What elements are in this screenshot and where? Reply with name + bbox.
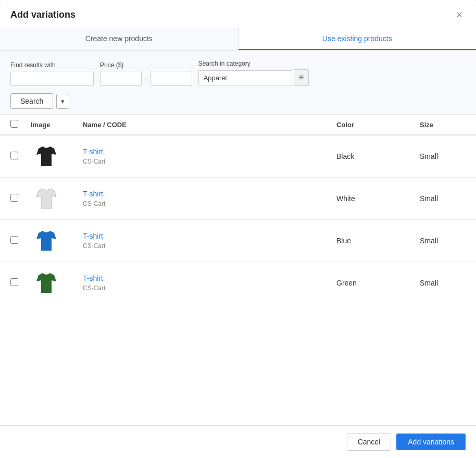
price-group: Price ($) - [100,61,192,86]
category-input[interactable] [198,70,292,85]
price-label: Price ($) [100,61,192,69]
modal-title: Add variations [10,9,76,20]
row-checkbox-1[interactable] [10,152,18,159]
product-image-4 [31,267,62,299]
tab-create-new[interactable]: Create new products [0,28,239,50]
row-checkbox-cell [0,220,24,262]
category-row: ≡ [198,69,309,86]
col-checkbox [0,115,24,135]
product-code-4: CS-Cart [83,284,105,292]
table-area: Image Name / CODE Color Size T-shirt CS-… [0,115,476,425]
row-color-cell-1: Black [330,135,414,178]
chevron-down-icon: ▾ [61,97,65,105]
row-checkbox-2[interactable] [10,194,18,202]
product-name-link-1[interactable]: T-shirt [83,147,324,156]
row-name-cell: T-shirt CS-Cart [77,178,330,220]
cancel-button[interactable]: Cancel [347,433,392,451]
product-code-3: CS-Cart [83,242,105,250]
col-size-header: Size [414,115,476,135]
row-color-cell-3: Blue [330,220,414,262]
search-btn-row: Search ▾ [10,93,466,109]
row-color-cell-2: White [330,178,414,220]
table-row: T-shirt CS-Cart Green Small [0,262,476,304]
row-size-cell-1: Small [414,135,476,178]
row-name-cell: T-shirt CS-Cart [77,262,330,304]
product-code-2: CS-Cart [83,200,105,207]
find-results-group: Find results with [10,61,94,86]
row-checkbox-cell [0,262,24,304]
row-checkbox-cell [0,135,24,178]
menu-icon: ≡ [299,73,304,82]
row-image-cell [24,135,77,178]
products-table: Image Name / CODE Color Size T-shirt CS-… [0,115,476,304]
table-header-row: Image Name / CODE Color Size [0,115,476,135]
row-checkbox-3[interactable] [10,236,18,244]
close-button[interactable]: × [453,8,466,21]
col-name-header: Name / CODE [77,115,330,135]
add-variations-modal: Add variations × Create new products Use… [0,0,476,458]
category-group: Search in category ≡ [198,60,309,86]
product-name-link-4[interactable]: T-shirt [83,274,324,282]
product-name-link-3[interactable]: T-shirt [83,232,324,240]
price-max-input[interactable] [151,71,192,86]
category-label: Search in category [198,60,309,67]
table-row: T-shirt CS-Cart Blue Small [0,220,476,262]
add-variations-button[interactable]: Add variations [396,434,466,450]
row-image-cell [24,262,77,304]
row-image-cell [24,178,77,220]
find-input[interactable] [10,71,94,86]
row-checkbox-cell [0,178,24,220]
modal-footer: Cancel Add variations [0,425,476,458]
product-code-1: CS-Cart [83,158,105,165]
price-min-input[interactable] [100,71,142,86]
search-area: Find results with Price ($) - Search in … [0,51,476,115]
table-row: T-shirt CS-Cart Black Small [0,135,476,178]
product-image-1 [31,141,62,172]
product-image-3 [31,225,62,256]
product-image-2 [31,183,62,214]
search-button[interactable]: Search [10,93,53,109]
row-size-cell-4: Small [414,262,476,304]
modal-header: Add variations × [0,0,476,28]
col-color-header: Color [330,115,414,135]
table-row: T-shirt CS-Cart White Small [0,178,476,220]
price-range: - [100,71,192,86]
search-row: Find results with Price ($) - Search in … [10,60,466,86]
row-size-cell-2: Small [414,178,476,220]
price-separator: - [145,75,147,83]
search-dropdown-button[interactable]: ▾ [56,94,69,109]
row-size-cell-3: Small [414,220,476,262]
row-color-cell-4: Green [330,262,414,304]
tab-bar: Create new products Use existing product… [0,28,476,51]
category-menu-button[interactable]: ≡ [294,69,309,86]
row-name-cell: T-shirt CS-Cart [77,135,330,178]
product-name-link-2[interactable]: T-shirt [83,190,324,198]
row-name-cell: T-shirt CS-Cart [77,220,330,262]
find-label: Find results with [10,61,94,69]
tab-use-existing[interactable]: Use existing products [239,28,477,50]
row-checkbox-4[interactable] [10,278,18,286]
select-all-checkbox[interactable] [10,120,18,128]
row-image-cell [24,220,77,262]
col-image-header: Image [24,115,77,135]
